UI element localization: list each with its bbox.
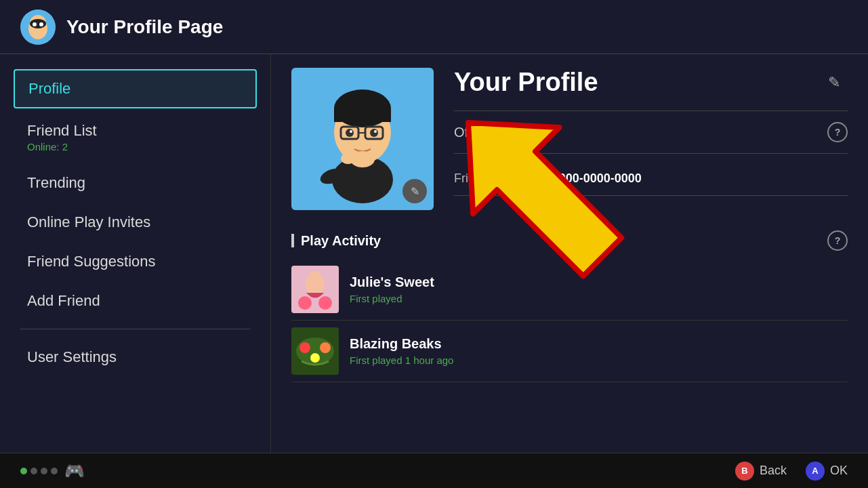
svg-point-22 (308, 271, 322, 285)
sidebar-item-trending[interactable]: Trending (0, 163, 270, 203)
game-thumbnail-0 (291, 266, 339, 313)
edit-icon: ✎ (828, 74, 840, 92)
game-item-0[interactable]: Julie's Sweet First played (291, 259, 848, 321)
back-button[interactable]: B Back (735, 462, 787, 481)
sidebar-item-add-friend[interactable]: Add Friend (0, 281, 270, 321)
svg-point-28 (320, 342, 331, 353)
friend-code-row: Friend Code: SW-0000-0000-0000 (454, 162, 848, 196)
svg-point-27 (299, 342, 310, 353)
sidebar-item-online-play-invites[interactable]: Online Play Invites (0, 203, 270, 242)
header: Your Profile Page (0, 0, 868, 54)
svg-point-23 (298, 296, 312, 310)
svg-point-5 (39, 22, 43, 26)
game-thumbnail-1 (291, 327, 339, 375)
sidebar-divider (20, 329, 250, 329)
svg-rect-3 (30, 19, 46, 28)
svg-point-16 (350, 130, 352, 133)
dot-3 (41, 468, 47, 474)
header-avatar (20, 9, 56, 45)
bottom-bar: 🎮 B Back A OK (0, 453, 868, 488)
pencil-icon: ✎ (411, 185, 419, 198)
play-activity-help-button[interactable]: ? (827, 230, 848, 251)
profile-info: Your Profile ✎ Offline: 1 hour ? Friend … (454, 68, 848, 210)
svg-point-17 (374, 130, 377, 133)
title-bar-accent (291, 234, 294, 247)
back-label: Back (760, 464, 787, 478)
content-area: ✎ Your Profile ✎ Offline: 1 hour ? (271, 54, 868, 453)
svg-point-24 (318, 296, 332, 310)
friend-code-label: Friend Code: (454, 171, 524, 186)
game-info-1: Blazing Beaks First played 1 hour ago (350, 336, 453, 366)
question-icon: ? (835, 127, 841, 138)
profile-status-row: Offline: 1 hour ? (454, 110, 848, 154)
page-title: Your Profile Page (66, 16, 223, 38)
sidebar-item-friend-list[interactable]: Friend List Online: 2 (0, 111, 270, 163)
svg-rect-10 (334, 108, 391, 122)
profile-edit-button[interactable]: ✎ (821, 69, 848, 96)
main-layout: Profile Friend List Online: 2 Trending O… (0, 54, 868, 453)
profile-name-row: Your Profile ✎ (454, 68, 848, 97)
game-time-0: First played (350, 293, 434, 304)
game-time-1: First played 1 hour ago (350, 354, 453, 366)
sidebar: Profile Friend List Online: 2 Trending O… (0, 54, 271, 453)
avatar-edit-button[interactable]: ✎ (402, 179, 427, 203)
ok-label: OK (830, 464, 848, 478)
dot-1 (20, 468, 27, 474)
sidebar-item-user-settings[interactable]: User Settings (0, 338, 270, 377)
sidebar-item-friend-suggestions[interactable]: Friend Suggestions (0, 242, 270, 281)
dot-4 (51, 468, 58, 474)
question-icon-activity: ? (835, 235, 841, 246)
play-activity-header: Play Activity ? (291, 230, 848, 251)
profile-name: Your Profile (454, 68, 598, 97)
dot-2 (30, 468, 37, 474)
dot-indicators (20, 468, 58, 474)
bottom-left: 🎮 (20, 462, 85, 481)
profile-top: ✎ Your Profile ✎ Offline: 1 hour ? (291, 68, 848, 210)
svg-point-29 (310, 353, 320, 363)
game-item-1[interactable]: Blazing Beaks First played 1 hour ago (291, 321, 848, 382)
game-title-1: Blazing Beaks (350, 336, 453, 352)
ok-button[interactable]: A OK (806, 462, 848, 481)
status-text: Offline: 1 hour (454, 125, 539, 140)
svg-point-4 (33, 22, 37, 26)
play-activity-title: Play Activity (291, 233, 381, 249)
game-info-0: Julie's Sweet First played (350, 274, 434, 304)
friend-code-value: SW-0000-0000-0000 (529, 171, 642, 186)
status-help-button[interactable]: ? (827, 122, 848, 142)
play-activity-section: Play Activity ? (291, 230, 848, 382)
svg-point-15 (370, 129, 378, 137)
game-title-0: Julie's Sweet (350, 274, 434, 290)
a-button-circle: A (806, 462, 825, 481)
sidebar-item-profile[interactable]: Profile (14, 69, 257, 108)
b-button-circle: B (735, 462, 754, 481)
profile-avatar-container: ✎ (291, 68, 434, 210)
svg-point-14 (346, 129, 354, 137)
controller-icon: 🎮 (64, 462, 85, 481)
bottom-right: B Back A OK (735, 462, 848, 481)
